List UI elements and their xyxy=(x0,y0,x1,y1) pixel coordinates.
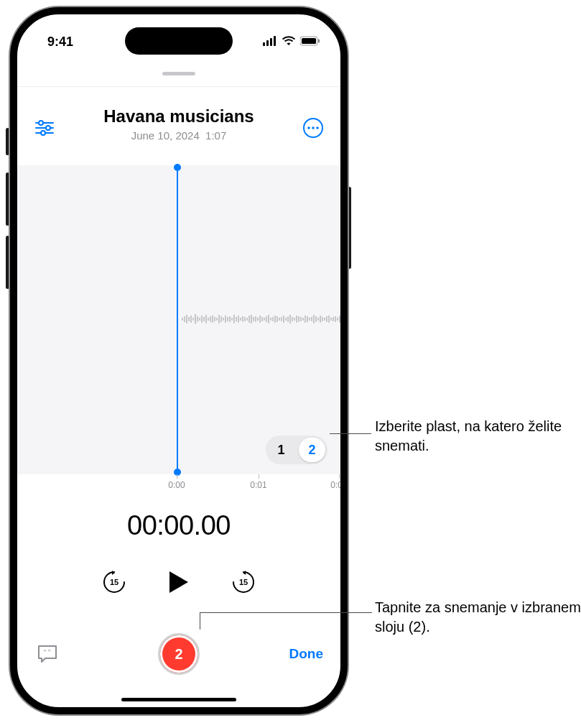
svg-text:”: ” xyxy=(48,649,50,657)
svg-text:15: 15 xyxy=(110,578,118,586)
svg-rect-6 xyxy=(318,39,320,42)
record-layer-badge: 2 xyxy=(175,646,182,663)
done-button[interactable]: Done xyxy=(289,646,324,662)
callout-leader-line xyxy=(200,612,372,613)
status-bar: 9:41 xyxy=(17,27,340,56)
playhead[interactable] xyxy=(177,167,178,473)
volume-up-physical xyxy=(6,128,9,155)
recording-duration: 1:07 xyxy=(205,129,226,142)
wifi-icon xyxy=(282,34,296,50)
bottom-toolbar: “ ” 2 Done xyxy=(17,631,340,677)
callout-layer-select: Izberite plast, na katero želite snemati… xyxy=(375,417,581,456)
svg-rect-5 xyxy=(302,38,316,44)
playback-timer: 00:00.00 xyxy=(17,510,340,541)
time-ruler: 0:00 0:01 0:02 xyxy=(17,474,340,492)
svg-rect-2 xyxy=(270,38,272,46)
status-time: 9:41 xyxy=(37,34,73,50)
phone-frame: 9:41 Havana musicians June 10, 20 xyxy=(10,7,348,714)
layer-option-2[interactable]: 2 xyxy=(299,438,325,462)
svg-rect-3 xyxy=(274,36,276,46)
battery-icon xyxy=(300,34,320,50)
callout-leader-line xyxy=(200,612,200,630)
ruler-tick xyxy=(259,474,259,479)
svg-rect-1 xyxy=(266,40,269,46)
divider xyxy=(17,86,340,87)
svg-point-16 xyxy=(316,126,319,129)
recording-header: Havana musicians June 10, 2024 1:07 xyxy=(17,106,340,142)
svg-text:15: 15 xyxy=(239,578,248,586)
ruler-label: 0:02 xyxy=(330,480,347,490)
ruler-tick xyxy=(339,474,340,479)
svg-text:“: “ xyxy=(44,649,46,657)
ruler-label: 0:00 xyxy=(168,480,185,490)
more-options-button[interactable] xyxy=(300,115,326,141)
layer1-waveform xyxy=(181,309,340,329)
playhead-top-dot xyxy=(174,164,181,171)
svg-point-14 xyxy=(307,126,310,129)
record-button[interactable]: 2 xyxy=(158,633,200,675)
transport-controls: 15 15 xyxy=(17,566,340,598)
callout-record: Tapnite za snemanje v izbranem sloju (2)… xyxy=(375,598,581,637)
svg-rect-0 xyxy=(263,42,265,46)
recording-date: June 10, 2024 xyxy=(131,129,200,142)
transcript-button[interactable]: “ ” xyxy=(34,641,60,667)
layer-option-1[interactable]: 1 xyxy=(266,443,297,458)
recording-subtitle: June 10, 2024 1:07 xyxy=(17,129,340,142)
layer-selector[interactable]: 1 2 xyxy=(266,436,327,464)
svg-point-15 xyxy=(312,126,315,129)
silent-switch-physical xyxy=(6,236,9,289)
volume-down-physical xyxy=(6,172,9,226)
recording-title[interactable]: Havana musicians xyxy=(17,106,340,126)
skip-back-15-button[interactable]: 15 xyxy=(100,568,129,596)
waveform-area[interactable]: 1 2 xyxy=(17,165,340,474)
home-indicator[interactable] xyxy=(121,698,236,701)
play-button[interactable] xyxy=(163,566,195,598)
power-button-physical xyxy=(348,187,351,269)
status-indicators xyxy=(263,34,320,50)
ruler-label: 0:01 xyxy=(250,480,266,490)
skip-forward-15-button[interactable]: 15 xyxy=(229,568,258,596)
sheet-grabber[interactable] xyxy=(162,72,195,75)
callout-leader-line xyxy=(330,433,371,434)
cellular-icon xyxy=(263,34,277,50)
ruler-tick xyxy=(177,474,177,479)
